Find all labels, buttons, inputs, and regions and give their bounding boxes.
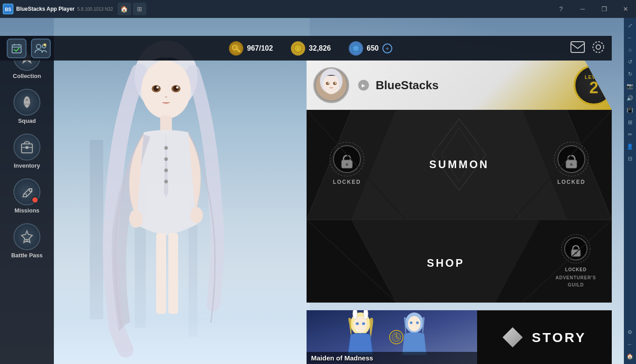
restore-button[interactable]: ❐	[594, 0, 614, 18]
svg-point-51	[328, 82, 329, 84]
friends-button[interactable]	[31, 39, 51, 58]
help-button[interactable]: ?	[551, 0, 571, 18]
svg-point-65	[333, 146, 360, 173]
svg-point-52	[335, 82, 336, 84]
svg-text:LOCKED: LOCKED	[565, 267, 587, 272]
bs-expand-button[interactable]: ⤢	[625, 20, 636, 31]
svg-point-8	[157, 87, 159, 89]
bs-home-button[interactable]: ⌂	[625, 44, 636, 55]
story-panel[interactable]: STORY	[477, 310, 612, 364]
svg-point-93	[362, 322, 365, 325]
window-controls: ? ─ ❐ ✕	[551, 0, 636, 18]
gem-value: 650	[367, 44, 379, 52]
left-sidebar: Collection Squad	[0, 36, 54, 364]
bs-apps-button[interactable]: ⊞	[625, 117, 636, 128]
settings-button[interactable]	[592, 40, 605, 56]
bs-arrow-left-button[interactable]: ←	[625, 339, 636, 350]
svg-rect-19	[12, 45, 21, 53]
minimize-button[interactable]: ─	[572, 0, 593, 18]
bs-back-button[interactable]: ←	[625, 32, 636, 43]
app-name-text: BlueStacks App Player	[16, 6, 75, 12]
svg-text:BS: BS	[5, 7, 11, 12]
svg-point-50	[333, 82, 337, 85]
coin-icon: $	[291, 41, 305, 56]
svg-point-15	[164, 146, 168, 150]
battle-pass-icon	[13, 223, 40, 250]
event-banner[interactable]: Maiden of Madness	[307, 310, 477, 364]
story-label: STORY	[532, 330, 587, 345]
svg-point-18	[164, 180, 168, 183]
svg-point-11	[129, 210, 143, 228]
bs-layers-button[interactable]: ⊟	[625, 153, 636, 164]
mail-button[interactable]	[570, 41, 585, 56]
svg-point-48	[323, 74, 339, 94]
svg-point-97	[408, 316, 421, 331]
key-value: 967/102	[247, 44, 273, 52]
avatar	[313, 67, 349, 103]
coin-resource: $ 32,826	[291, 41, 331, 56]
bs-shake-button[interactable]: 📳	[625, 105, 636, 116]
sidebar-item-squad[interactable]: Squad	[0, 85, 54, 128]
missions-notification	[31, 196, 39, 204]
bs-sidebar: ⤢ ← ⌂ ↺ ↻ 📷 🔊 📳 ⊞ ✏ 👤 ⊟ ⚙ ← 🏠	[624, 18, 636, 364]
top-hud: 967/102 $ 32,826	[0, 36, 612, 61]
level-number: 2	[589, 80, 598, 96]
sidebar-item-missions[interactable]: Missions	[0, 175, 54, 217]
svg-rect-13	[156, 233, 166, 314]
svg-point-94	[353, 310, 357, 319]
svg-point-38	[596, 45, 601, 49]
bs-profile-button[interactable]: 👤	[625, 141, 636, 152]
svg-point-95	[364, 310, 368, 319]
gem-resource: 650 +	[349, 41, 392, 56]
svg-point-67	[346, 163, 348, 166]
svg-rect-14	[168, 233, 178, 314]
calendar-button[interactable]	[7, 39, 26, 58]
svg-point-3	[141, 61, 191, 119]
bs-screenshot-button[interactable]: 📷	[625, 81, 636, 91]
svg-point-98	[410, 321, 412, 324]
game-area: 967/102 $ 32,826	[0, 18, 624, 364]
inventory-icon	[13, 134, 40, 160]
svg-point-71	[558, 146, 585, 173]
app-icon: BS	[3, 4, 13, 14]
sidebar-item-battle-pass[interactable]: Battle Pass	[0, 220, 54, 262]
event-title: Maiden of Madness	[307, 352, 477, 364]
svg-point-9	[176, 87, 179, 89]
avatar-play-button[interactable]: ▶	[358, 80, 369, 91]
story-section: Maiden of Madness STORY	[307, 310, 612, 364]
svg-point-17	[164, 169, 168, 172]
coin-value: 32,826	[309, 44, 331, 52]
tabs-nav-button[interactable]: ⊞	[133, 3, 146, 15]
close-button[interactable]: ✕	[615, 0, 636, 18]
add-gems-button[interactable]: +	[382, 43, 392, 53]
app-version-text: 5.8.100.1013 N32	[77, 7, 113, 12]
missions-icon	[13, 178, 40, 205]
svg-text:SHOP: SHOP	[427, 257, 465, 269]
gem-icon	[349, 41, 363, 56]
home-nav-button[interactable]: 🏠	[118, 3, 131, 15]
inventory-label: Inventory	[14, 162, 40, 169]
sidebar-item-inventory[interactable]: Inventory	[0, 130, 54, 173]
svg-point-23	[36, 44, 41, 49]
right-panel: ▶ BlueStacks LEVEL 2	[307, 61, 612, 364]
hud-resources: 967/102 $ 32,826	[51, 41, 570, 56]
bs-rotate-left-button[interactable]: ↺	[625, 56, 636, 67]
bs-rotate-right-button[interactable]: ↻	[625, 69, 636, 79]
svg-point-73	[570, 163, 573, 166]
bs-settings-button[interactable]: ⚙	[625, 327, 636, 338]
bs-house-button[interactable]: 🏠	[625, 351, 636, 362]
svg-point-12	[190, 207, 203, 223]
bs-volume-button[interactable]: 🔊	[625, 93, 636, 104]
svg-rect-44	[26, 146, 28, 149]
profile-card[interactable]: ▶ BlueStacks LEVEL 2	[307, 61, 612, 110]
svg-text:LOCKED: LOCKED	[557, 179, 586, 185]
hud-right-buttons	[570, 40, 605, 56]
svg-point-49	[326, 82, 329, 85]
bs-erase-button[interactable]: ✏	[625, 129, 636, 140]
hud-left-buttons	[7, 39, 51, 58]
character-area	[54, 36, 278, 359]
svg-text:LOCKED: LOCKED	[333, 179, 361, 185]
svg-point-39	[593, 42, 604, 52]
svg-rect-37	[571, 42, 584, 52]
svg-text:$: $	[297, 47, 299, 51]
